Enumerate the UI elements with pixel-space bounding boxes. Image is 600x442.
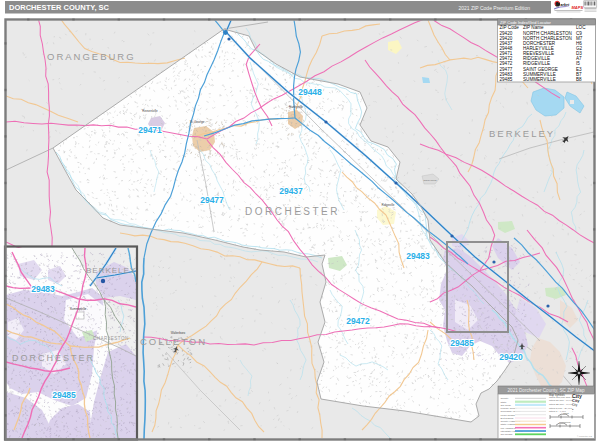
svg-text:·: ·	[572, 410, 573, 414]
svg-text:29485: 29485	[500, 77, 513, 82]
svg-text:29477: 29477	[200, 195, 224, 205]
svg-text:2021 Dorchester County, SC ZIP: 2021 Dorchester County, SC ZIP Map	[508, 388, 585, 393]
svg-text:29420: 29420	[499, 352, 523, 362]
svg-text:29485: 29485	[450, 338, 474, 348]
svg-text:Toll Roads: Toll Roads	[501, 433, 513, 436]
svg-text:Miles: Miles	[563, 412, 569, 414]
svg-text:DORCHESTER: DORCHESTER	[245, 206, 340, 217]
svg-text:ORANGEBURG: ORANGEBURG	[47, 51, 136, 62]
svg-text:Ridgeville: Ridgeville	[381, 203, 394, 207]
svg-text:29483: 29483	[31, 284, 55, 294]
svg-text:DORCHESTER: DORCHESTER	[12, 353, 95, 363]
svg-text:Cities 5,000 - 24,999: Cities 5,000 - 24,999	[549, 407, 573, 410]
svg-text:BERKELEY: BERKELEY	[489, 128, 555, 139]
svg-text:St. George: St. George	[190, 120, 205, 124]
svg-text:Walterboro: Walterboro	[171, 331, 186, 335]
svg-text:COLLETON: COLLETON	[140, 336, 207, 347]
svg-text:29448: 29448	[298, 87, 322, 97]
svg-text:29437: 29437	[279, 186, 303, 196]
svg-text:B8: B8	[576, 77, 582, 82]
svg-text:Harleyville: Harleyville	[289, 105, 303, 109]
svg-text:2021 ZIP Code Premium Edition: 2021 ZIP Code Premium Edition	[458, 5, 530, 11]
svg-text:Kilometers: Kilometers	[560, 421, 572, 423]
svg-text:Cities 25,000 - 49,999: Cities 25,000 - 49,999	[549, 403, 574, 406]
svg-text:© MarketMAPS: © MarketMAPS	[577, 435, 593, 437]
svg-text:29485: 29485	[52, 390, 76, 400]
svg-text:BERKELEY: BERKELEY	[86, 266, 136, 275]
svg-text:Cities 50,000 - 99,999: Cities 50,000 - 99,999	[549, 399, 574, 402]
svg-text:ZIP Code Index/Grid Locator: ZIP Code Index/Grid Locator	[500, 20, 552, 25]
svg-text:MAPS: MAPS	[572, 5, 584, 10]
svg-text:City: City	[572, 403, 578, 407]
svg-text:arket: arket	[561, 3, 570, 7]
svg-text:29472: 29472	[346, 316, 370, 326]
svg-text:29483: 29483	[406, 251, 430, 261]
svg-text:SUMMERVILLE: SUMMERVILLE	[523, 77, 556, 82]
svg-text:Summerville: Summerville	[70, 307, 87, 311]
svg-text:Naval Wpns: Naval Wpns	[424, 179, 438, 182]
svg-text:DORCHESTER COUNTY, SC: DORCHESTER COUNTY, SC	[9, 3, 110, 12]
svg-text:Reevesville: Reevesville	[142, 109, 158, 113]
svg-text:CHARLESTON: CHARLESTON	[93, 336, 129, 341]
svg-text:29471: 29471	[138, 125, 162, 135]
